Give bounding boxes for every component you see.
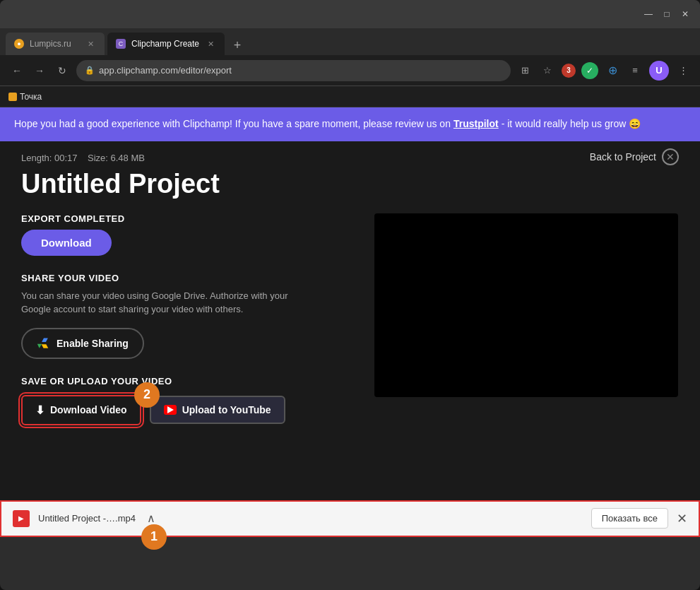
download-button[interactable]: Download: [21, 230, 112, 256]
bookmark-bar: Точка: [0, 86, 700, 107]
file-icon: ▶: [13, 510, 30, 527]
shield-icon[interactable]: ✓: [581, 62, 598, 79]
trustpilot-link[interactable]: Trustpilot: [453, 117, 499, 131]
back-close-icon: ✕: [662, 148, 679, 165]
promo-banner: Hope you had a good experience with Clip…: [0, 107, 700, 141]
clipchamp-favicon: C: [116, 39, 126, 49]
tab-clipchamp[interactable]: C Clipchamp Create ✕: [107, 33, 225, 55]
badge-1: 1: [141, 524, 167, 550]
extension-icon[interactable]: 3: [562, 64, 576, 78]
download-bar: ▶ Untitled Project -….mp4 ∧ Показать все…: [0, 500, 700, 537]
length-label: Length:: [21, 153, 52, 163]
browser-frame: — □ ✕ ● Lumpics.ru ✕ C Clipchamp Create …: [0, 0, 700, 590]
expand-icon[interactable]: ∧: [147, 512, 155, 525]
downloaded-filename: Untitled Project -….mp4: [38, 513, 136, 524]
upload-buttons: ⬇ Download Video Upload to YouTube 2: [21, 395, 360, 425]
back-to-project-label: Back to Project: [590, 151, 656, 163]
address-input[interactable]: 🔒 app.clipchamp.com/editor/export: [76, 60, 511, 81]
browser-icon[interactable]: ⊕: [604, 62, 621, 79]
tab-clipchamp-label: Clipchamp Create: [131, 39, 199, 49]
video-meta: Length: 00:17 Size: 6.48 MB: [21, 153, 679, 163]
size-value: 6.48 MB: [111, 153, 145, 163]
tab-clipchamp-close[interactable]: ✕: [205, 38, 216, 49]
banner-text-before: Hope you had a good experience with Clip…: [14, 117, 451, 131]
lock-icon: 🔒: [85, 66, 95, 75]
menu-dots[interactable]: ⋮: [675, 62, 692, 79]
lumpics-favicon: ●: [14, 39, 24, 49]
save-section-label: SAVE OR UPLOAD YOUR VIDEO: [21, 376, 360, 387]
url-text: app.clipchamp.com/editor/export: [99, 65, 232, 76]
enable-sharing-button[interactable]: Enable Sharing: [21, 328, 144, 359]
download-bar-close[interactable]: ✕: [677, 511, 687, 526]
share-description: You can share your video using Google Dr…: [21, 289, 304, 317]
user-list-icon[interactable]: ≡: [627, 62, 643, 79]
tab-lumpics-close[interactable]: ✕: [85, 38, 96, 49]
download-arrow-icon: ⬇: [35, 403, 45, 417]
address-bar: ← → ↻ 🔒 app.clipchamp.com/editor/export …: [0, 55, 700, 86]
minimize-button[interactable]: —: [642, 8, 655, 20]
tab-lumpics-label: Lumpics.ru: [30, 39, 71, 49]
project-title: Untitled Project: [21, 169, 679, 199]
title-bar: — □ ✕: [0, 0, 700, 28]
bookmark-label: Точка: [20, 92, 42, 102]
tab-lumpics[interactable]: ● Lumpics.ru ✕: [6, 33, 105, 55]
back-button[interactable]: ←: [8, 62, 25, 79]
user-avatar[interactable]: U: [649, 61, 669, 81]
share-label: SHARE YOUR VIDEO: [21, 273, 360, 283]
banner-text-after: - it would really help us grow 😄: [502, 117, 641, 131]
upload-youtube-button[interactable]: Upload to YouTube: [150, 396, 285, 424]
download-video-label: Download Video: [50, 404, 127, 415]
address-actions: ⊞ ☆ 3 ✓ ⊕ ≡ U ⋮: [516, 61, 692, 81]
tabs-bar: ● Lumpics.ru ✕ C Clipchamp Create ✕ +: [0, 28, 700, 55]
window-controls: — □ ✕: [642, 8, 692, 20]
refresh-button[interactable]: ↻: [54, 62, 71, 79]
new-tab-button[interactable]: +: [227, 35, 247, 55]
length-value: 00:17: [54, 153, 78, 163]
right-panel: [374, 213, 679, 425]
badge-2: 2: [134, 382, 160, 408]
google-drive-icon: [37, 336, 51, 350]
bookmark-item[interactable]: Точка: [8, 92, 42, 102]
left-panel: EXPORT COMPLETED Download SHARE YOUR VID…: [21, 213, 360, 425]
back-to-project-button[interactable]: Back to Project ✕: [590, 148, 679, 165]
video-preview: [374, 213, 678, 397]
maximize-button[interactable]: □: [660, 8, 673, 20]
export-label: EXPORT COMPLETED: [21, 213, 360, 224]
youtube-play-icon: [167, 406, 174, 413]
youtube-icon: [164, 405, 177, 415]
bookmark-folder-icon: [8, 93, 17, 101]
forward-button[interactable]: →: [31, 62, 48, 79]
close-button[interactable]: ✕: [679, 8, 692, 20]
download-video-button[interactable]: ⬇ Download Video: [21, 395, 141, 425]
size-label: Size:: [88, 153, 108, 163]
youtube-label: Upload to YouTube: [182, 404, 271, 415]
translate-icon[interactable]: ⊞: [516, 62, 533, 79]
main-layout: EXPORT COMPLETED Download SHARE YOUR VID…: [21, 213, 679, 425]
show-all-button[interactable]: Показать все: [591, 508, 668, 529]
star-icon[interactable]: ☆: [539, 62, 556, 79]
enable-sharing-label: Enable Sharing: [57, 338, 129, 349]
